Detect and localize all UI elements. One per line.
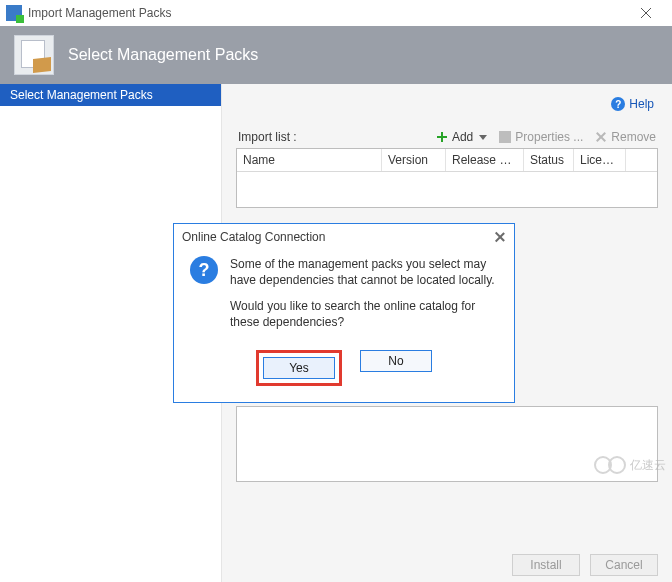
wizard-step-select-management-packs[interactable]: Select Management Packs <box>0 84 221 106</box>
wizard-header-title: Select Management Packs <box>68 46 258 64</box>
install-button: Install <box>512 554 580 576</box>
app-icon <box>6 5 22 21</box>
remove-button: Remove <box>595 130 656 144</box>
dialog-close-button[interactable] <box>494 231 506 243</box>
watermark-text: 亿速云 <box>630 457 666 474</box>
online-catalog-dialog: Online Catalog Connection ? Some of the … <box>173 223 515 403</box>
column-header-spacer <box>626 149 657 171</box>
help-icon: ? <box>611 97 625 111</box>
yes-button-highlight: Yes <box>256 350 342 386</box>
grid-header-row: Name Version Release Date Status License… <box>237 149 657 172</box>
dialog-message-line2: Would you like to search the online cata… <box>230 298 498 330</box>
chevron-down-icon <box>479 135 487 140</box>
dialog-title: Online Catalog Connection <box>182 230 325 244</box>
cancel-button-label: Cancel <box>605 558 642 572</box>
properties-icon <box>499 131 511 143</box>
column-header-version[interactable]: Version <box>382 149 446 171</box>
wizard-header: Select Management Packs <box>0 26 672 84</box>
remove-button-label: Remove <box>611 130 656 144</box>
properties-button: Properties ... <box>499 130 583 144</box>
dialog-message-line1: Some of the management packs you select … <box>230 256 498 288</box>
column-header-name[interactable]: Name <box>237 149 382 171</box>
column-header-release-date[interactable]: Release Date <box>446 149 524 171</box>
help-link[interactable]: Help <box>629 97 654 111</box>
close-icon <box>641 8 651 18</box>
import-list-label: Import list : <box>238 130 297 144</box>
column-header-license-terms[interactable]: License Terms <box>574 149 626 171</box>
question-icon: ? <box>190 256 218 284</box>
import-list-grid[interactable]: Name Version Release Date Status License… <box>236 148 658 208</box>
watermark: 亿速云 <box>594 456 666 474</box>
add-button-label: Add <box>452 130 473 144</box>
window-close-button[interactable] <box>626 0 666 26</box>
remove-icon <box>595 131 607 143</box>
add-button[interactable]: Add <box>436 130 487 144</box>
install-button-label: Install <box>530 558 561 572</box>
yes-button-label: Yes <box>289 361 309 375</box>
window-title: Import Management Packs <box>28 6 626 20</box>
no-button-label: No <box>388 354 403 368</box>
no-button[interactable]: No <box>360 350 432 372</box>
management-pack-icon <box>14 35 54 75</box>
dialog-message: Some of the management packs you select … <box>230 256 498 340</box>
wizard-step-label: Select Management Packs <box>10 88 153 102</box>
import-toolbar: Import list : Add Properties ... Remove <box>236 124 658 148</box>
plus-icon <box>436 131 448 143</box>
properties-button-label: Properties ... <box>515 130 583 144</box>
yes-button[interactable]: Yes <box>263 357 335 379</box>
column-header-status[interactable]: Status <box>524 149 574 171</box>
window-titlebar: Import Management Packs <box>0 0 672 26</box>
cancel-button[interactable]: Cancel <box>590 554 658 576</box>
